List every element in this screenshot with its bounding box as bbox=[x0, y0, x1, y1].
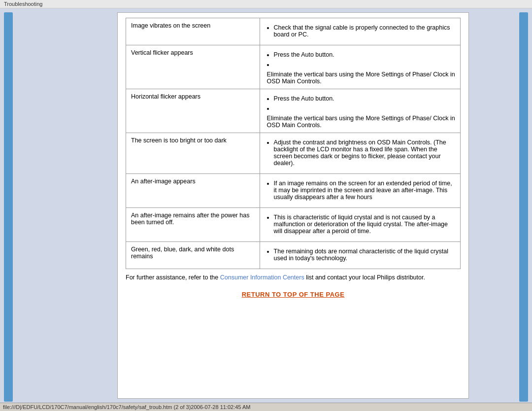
table-row: Green, red, blue, dark, and white dots r… bbox=[126, 242, 461, 269]
table-row: Image vibrates on the screen Check that … bbox=[126, 18, 461, 45]
status-path: file:///D|/EDFU/LCD/170C7/manual/english… bbox=[3, 404, 250, 410]
table-row: An after-image appears If an image remai… bbox=[126, 174, 461, 208]
problem-text: Image vibrates on the screen bbox=[131, 22, 210, 29]
table-row: An after-image remains after the power h… bbox=[126, 208, 461, 242]
table-row: Horizontal flicker appears Press the Aut… bbox=[126, 89, 461, 133]
right-accent-bar bbox=[519, 12, 528, 402]
footer-text-after: list and contact your local Philips dist… bbox=[304, 274, 425, 281]
problem-text: Vertical flicker appears bbox=[131, 49, 193, 56]
solution-cell: The remaining dots are normal characteri… bbox=[260, 242, 460, 269]
problem-text: Horizontal flicker appears bbox=[131, 93, 200, 100]
problem-cell: The screen is too bright or too dark bbox=[126, 133, 260, 174]
solution-item: If an image remains on the screen for an… bbox=[274, 180, 455, 201]
problem-text: Green, red, blue, dark, and white dots r… bbox=[131, 246, 234, 260]
problem-cell: An after-image remains after the power h… bbox=[126, 208, 260, 242]
solution-item: This is characteristic of liquid crystal… bbox=[274, 214, 455, 235]
solution-item: Press the Auto button. bbox=[274, 95, 455, 102]
trouble-table: Image vibrates on the screen Check that … bbox=[126, 18, 461, 269]
return-to-top-link[interactable]: RETURN TO TOP OF THE PAGE bbox=[126, 284, 461, 301]
problem-text: The screen is too bright or too dark bbox=[131, 137, 227, 144]
solution-cell: Check that the signal cable is properly … bbox=[260, 18, 460, 45]
table-row: Vertical flicker appears Press the Auto … bbox=[126, 45, 461, 89]
consumer-info-link[interactable]: Consumer Information Centers bbox=[220, 274, 304, 281]
solution-cell: If an image remains on the screen for an… bbox=[260, 174, 460, 208]
main-content: Image vibrates on the screen Check that … bbox=[117, 12, 469, 399]
solution-item: Press the Auto button. bbox=[274, 51, 455, 58]
problem-cell: Image vibrates on the screen bbox=[126, 18, 260, 45]
top-bar-label: Troubleshooting bbox=[4, 1, 42, 7]
solution-extra: Eliminate the vertical bars using the Mo… bbox=[265, 115, 455, 129]
solution-extra: Eliminate the vertical bars using the Mo… bbox=[265, 71, 455, 85]
solution-cell: This is characteristic of liquid crystal… bbox=[260, 208, 460, 242]
solution-cell: Adjust the contrast and brightness on OS… bbox=[260, 133, 460, 174]
left-sidebar bbox=[4, 12, 117, 399]
problem-text: An after-image appears bbox=[131, 178, 196, 185]
footer-text-before: For further assistance, refer to the bbox=[126, 274, 220, 281]
problem-cell: An after-image appears bbox=[126, 174, 260, 208]
status-bar: file:///D|/EDFU/LCD/170C7/manual/english… bbox=[0, 403, 532, 411]
solution-item: Adjust the contrast and brightness on OS… bbox=[274, 139, 455, 167]
solution-item: Check that the signal cable is properly … bbox=[274, 24, 455, 38]
problem-text: An after-image remains after the power h… bbox=[131, 212, 249, 226]
solution-cell: Press the Auto button. Eliminate the ver… bbox=[260, 45, 460, 89]
solution-cell: Press the Auto button. Eliminate the ver… bbox=[260, 89, 460, 133]
left-accent-bar bbox=[4, 12, 13, 402]
problem-cell: Vertical flicker appears bbox=[126, 45, 260, 89]
problem-cell: Horizontal flicker appears bbox=[126, 89, 260, 133]
footer-note: For further assistance, refer to the Con… bbox=[126, 269, 461, 284]
solution-item-empty bbox=[274, 61, 455, 68]
solution-item-empty bbox=[274, 105, 455, 112]
solution-item: The remaining dots are normal characteri… bbox=[274, 248, 455, 262]
top-bar: Troubleshooting bbox=[0, 0, 532, 8]
table-row: The screen is too bright or too dark Adj… bbox=[126, 133, 461, 174]
problem-cell: Green, red, blue, dark, and white dots r… bbox=[126, 242, 260, 269]
